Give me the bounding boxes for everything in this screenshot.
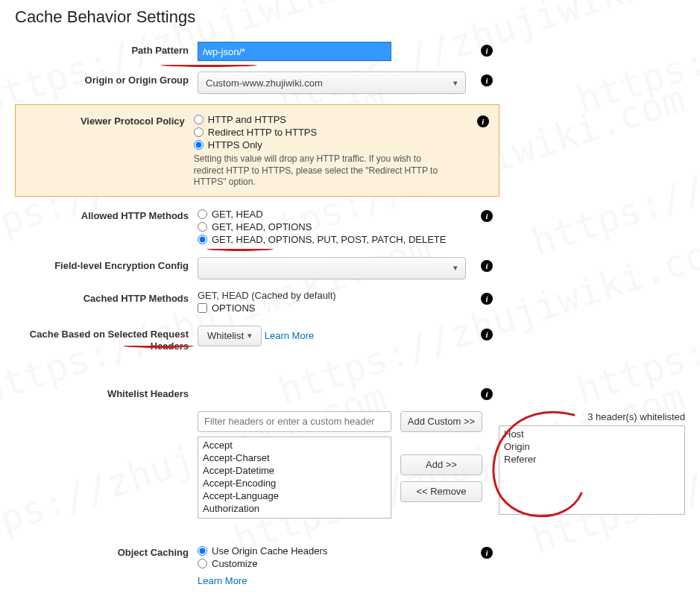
cache-headers-label: Cache Based on Selected Request Headers <box>15 326 198 353</box>
list-item[interactable]: Accept-Charset <box>201 451 388 464</box>
viewer-protocol-option-http-https[interactable]: HTTP and HTTPS <box>194 114 470 125</box>
path-pattern-label: Path Pattern <box>15 42 198 57</box>
viewer-protocol-label: Viewer Protocol Policy <box>16 112 194 127</box>
fle-select[interactable]: ▾ <box>198 257 466 279</box>
allowed-methods-option-0[interactable]: GET, HEAD <box>198 209 473 220</box>
add-button[interactable]: Add >> <box>400 454 482 475</box>
selected-headers-listbox[interactable]: Host Origin Referer <box>499 425 685 515</box>
info-icon[interactable]: i <box>481 45 493 57</box>
cached-methods-options-checkbox[interactable]: OPTIONS <box>198 302 473 314</box>
info-icon[interactable]: i <box>481 293 493 305</box>
origin-label: Origin or Origin Group <box>15 72 198 86</box>
info-icon[interactable]: i <box>481 260 493 272</box>
add-custom-button[interactable]: Add Custom >> <box>400 411 482 432</box>
viewer-protocol-option-redirect[interactable]: Redirect HTTP to HTTPS <box>194 127 470 138</box>
learn-more-link[interactable]: Learn More <box>198 575 247 586</box>
info-icon[interactable]: i <box>477 115 489 127</box>
allowed-methods-option-1[interactable]: GET, HEAD, OPTIONS <box>198 221 473 232</box>
whitelist-headers-label: Whitelist Headers <box>15 385 198 400</box>
chevron-down-icon: ▾ <box>247 331 252 340</box>
origin-selected-value: Custom-www.zhujiwiki.com <box>206 77 323 89</box>
info-icon[interactable]: i <box>481 329 493 340</box>
list-item[interactable]: Origin <box>502 440 681 453</box>
info-icon[interactable]: i <box>481 388 493 400</box>
cache-headers-dropdown[interactable]: Whitelist ▾ <box>198 326 262 346</box>
header-filter-input[interactable] <box>198 411 391 432</box>
list-item[interactable]: Accept-Datetime <box>201 464 388 477</box>
learn-more-link[interactable]: Learn More <box>265 330 314 341</box>
whitelist-count-caption: 3 header(s) whitelisted <box>499 411 685 422</box>
allowed-methods-label: Allowed HTTP Methods <box>15 207 198 222</box>
cached-methods-static: GET, HEAD (Cached by default) <box>198 290 473 301</box>
list-item[interactable]: Host <box>502 428 681 440</box>
remove-button[interactable]: << Remove <box>400 481 482 502</box>
annotation-underline <box>206 247 274 251</box>
object-caching-option-1[interactable]: Customize <box>198 558 473 569</box>
annotation-underline <box>123 343 194 348</box>
info-icon[interactable]: i <box>481 210 493 222</box>
origin-select[interactable]: Custom-www.zhujiwiki.com ▾ <box>198 72 466 94</box>
page-title: Cache Behavior Settings <box>15 7 685 27</box>
object-caching-option-0[interactable]: Use Origin Cache Headers <box>198 545 473 557</box>
list-item[interactable]: Accept-Language <box>201 489 388 502</box>
cached-methods-label: Cached HTTP Methods <box>15 290 198 305</box>
allowed-methods-option-2[interactable]: GET, HEAD, OPTIONS, PUT, POST, PATCH, DE… <box>198 234 473 245</box>
list-item[interactable]: Authorization <box>201 502 388 515</box>
chevron-down-icon: ▾ <box>453 78 458 88</box>
viewer-protocol-hint: Setting this value will drop any HTTP tr… <box>194 153 447 188</box>
chevron-down-icon: ▾ <box>453 263 458 273</box>
object-caching-label: Object Caching <box>15 544 198 559</box>
fle-label: Field-level Encryption Config <box>15 257 198 272</box>
info-icon[interactable]: i <box>481 74 493 86</box>
viewer-protocol-option-https-only[interactable]: HTTPS Only <box>194 139 470 150</box>
info-icon[interactable]: i <box>481 547 493 559</box>
viewer-protocol-warning-box: Viewer Protocol Policy HTTP and HTTPS Re… <box>15 104 499 197</box>
list-item[interactable]: Referer <box>502 453 681 466</box>
available-headers-listbox[interactable]: Accept Accept-Charset Accept-Datetime Ac… <box>198 437 391 519</box>
list-item[interactable]: Accept <box>201 439 388 451</box>
list-item[interactable]: Accept-Encoding <box>201 477 388 489</box>
annotation-underline <box>160 63 257 67</box>
path-pattern-input[interactable] <box>198 42 391 61</box>
